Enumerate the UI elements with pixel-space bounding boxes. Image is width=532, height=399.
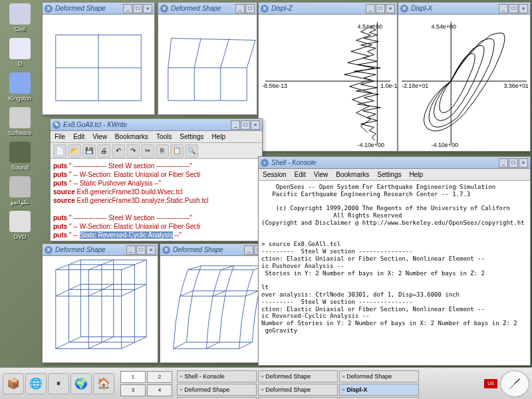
close-button[interactable]: × xyxy=(143,4,152,13)
task-button[interactable]: ▫Ex8.genericFrame... xyxy=(258,397,338,400)
menu-tools[interactable]: Tools xyxy=(152,133,176,140)
menu-settings[interactable]: Settings xyxy=(373,171,405,178)
app-icon: X xyxy=(261,5,269,13)
desktop-icon-arabic[interactable]: تكواندو xyxy=(3,176,37,205)
find-button[interactable]: 🔍 xyxy=(185,144,198,158)
clock-icon[interactable] xyxy=(500,370,529,397)
software-icon xyxy=(9,107,31,128)
copy-button[interactable]: ⎘ xyxy=(156,144,169,158)
task-button[interactable]: ▫Shell - Konsole xyxy=(177,370,257,382)
task-label: Deformed Shape xyxy=(265,386,311,393)
d-icon xyxy=(9,38,31,59)
menu-file[interactable]: File xyxy=(51,133,69,140)
world-button[interactable]: 🌐 xyxy=(25,373,47,394)
plot-canvas: 4.54e+00 -4.10e+00 -2.18e+01 3.36e+01 xyxy=(398,15,530,151)
task-label: Displ-X xyxy=(346,386,367,393)
maximize-button[interactable]: □ xyxy=(133,4,142,13)
menu-view[interactable]: View xyxy=(310,171,332,178)
terminal-output[interactable]: OpenSees -- Open System For Earthquake E… xyxy=(259,181,530,365)
task-label: Deformed Shape xyxy=(265,373,311,380)
minimize-button[interactable]: _ xyxy=(499,158,508,168)
keyboard-layout-indicator[interactable]: US xyxy=(484,379,497,388)
menu-session[interactable]: Session xyxy=(259,171,291,178)
cut-button[interactable]: ✂ xyxy=(141,144,154,158)
task-button[interactable]: ▫Ex8.GoAll.tcl - KWr... xyxy=(339,397,419,400)
task-label: Deformed Shape xyxy=(346,373,392,380)
desktop-icon-d[interactable]: D xyxy=(3,38,37,67)
task-button[interactable]: ▫Deformed Shape xyxy=(339,370,419,382)
pager-desktop-2[interactable]: 2 xyxy=(147,371,172,383)
maximize-button[interactable]: □ xyxy=(376,4,385,13)
menu-help[interactable]: Help xyxy=(207,133,229,140)
close-button[interactable]: × xyxy=(519,4,528,13)
window-konsole[interactable]: ▪ Shell - Konsole _ □ × SessionEditViewB… xyxy=(258,156,531,366)
task-button[interactable]: ▫Deformed Shape xyxy=(258,370,338,382)
kmenu-button[interactable]: 📦 xyxy=(3,373,24,394)
new-button[interactable]: 📄 xyxy=(53,144,66,158)
window-deformed-1[interactable]: X Deformed Shape _ □ × xyxy=(42,2,155,115)
window-title: Shell - Konsole xyxy=(271,159,499,166)
icon-label: D xyxy=(18,61,23,67)
desktop-icon-kingston[interactable]: Kingston xyxy=(3,72,37,102)
redo-button[interactable]: ↷ xyxy=(126,144,140,158)
pager-desktop-4[interactable]: 4 xyxy=(147,384,172,396)
save-button[interactable]: 💾 xyxy=(82,144,96,158)
menu-bookmarks[interactable]: Bookmarks xyxy=(111,133,152,140)
minimize-button[interactable]: _ xyxy=(231,120,240,130)
desktop-pager: 1234 xyxy=(120,370,173,397)
close-button[interactable]: × xyxy=(146,245,156,255)
desktop-icon-dvd[interactable]: DVD xyxy=(3,211,37,240)
menu-settings[interactable]: Settings xyxy=(176,133,207,140)
icon-label: DVD xyxy=(13,233,26,240)
pager-desktop-1[interactable]: 1 xyxy=(120,371,146,383)
maximize-button[interactable]: □ xyxy=(245,4,255,13)
close-button[interactable]: × xyxy=(386,4,395,13)
task-button[interactable]: ▫Displ-Z xyxy=(177,397,257,400)
home-button[interactable]: 🏠 xyxy=(93,373,114,394)
minimize-button[interactable]: _ xyxy=(366,4,375,13)
maximize-button[interactable]: □ xyxy=(509,158,518,168)
minimize-button[interactable]: _ xyxy=(123,4,132,13)
close-button[interactable]: × xyxy=(519,158,528,168)
terminal-button[interactable]: ▪️ xyxy=(48,373,69,394)
menu-view[interactable]: View xyxy=(88,133,111,140)
x-right-label: 1.0e-13 xyxy=(380,82,397,89)
window-kwrite[interactable]: ✎ Ex8.GoAll.tcl - KWrite _ □ × FileEditV… xyxy=(50,118,263,241)
maximize-button[interactable]: □ xyxy=(136,245,146,255)
maximize-button[interactable]: □ xyxy=(241,120,250,130)
menu-bookmarks[interactable]: Bookmarks xyxy=(332,171,373,178)
desktop-icon-sound[interactable]: Sound xyxy=(3,142,37,171)
svg-line-8 xyxy=(509,384,515,389)
window-displ-x[interactable]: X Displ-X _ □ × 4.54e+00 -4.10e+00 -2.18… xyxy=(398,2,531,152)
task-button[interactable]: ▫Deformed Shape xyxy=(177,384,257,396)
task-icon: ▫ xyxy=(180,373,182,380)
y-bot-label: -4.10e+00 xyxy=(358,142,384,148)
minimize-button[interactable]: _ xyxy=(235,4,245,13)
window-deformed-3[interactable]: X Deformed Shape _ □ × xyxy=(42,243,158,363)
menu-help[interactable]: Help xyxy=(405,171,427,178)
task-icon: ▫ xyxy=(342,386,344,393)
desktop-icon-civil[interactable]: Civil xyxy=(3,3,37,33)
paste-button[interactable]: 📋 xyxy=(170,144,184,158)
close-button[interactable]: × xyxy=(251,120,260,130)
menu-edit[interactable]: Edit xyxy=(291,171,310,178)
plot-canvas xyxy=(43,256,158,362)
maximize-button[interactable]: □ xyxy=(509,4,518,13)
task-button[interactable]: ▫Deformed Shape xyxy=(258,384,338,396)
pager-desktop-3[interactable]: 3 xyxy=(120,384,146,396)
minimize-button[interactable]: _ xyxy=(126,245,136,255)
browser-button[interactable]: 🌍 xyxy=(70,373,92,394)
app-icon: X xyxy=(162,246,170,254)
menu-edit[interactable]: Edit xyxy=(69,133,88,140)
open-button[interactable]: 📂 xyxy=(68,144,81,158)
minimize-button[interactable]: _ xyxy=(499,4,508,13)
desktop-icon-software[interactable]: Software xyxy=(3,107,37,136)
app-icon: X xyxy=(400,5,408,13)
editor-textarea[interactable]: puts " --------------- Steel W section -… xyxy=(51,159,262,241)
print-button[interactable]: 🖨 xyxy=(97,144,110,158)
window-deformed-2[interactable]: X Deformed Shape _ □ xyxy=(158,2,257,115)
window-displ-z[interactable]: X Displ-Z _ □ × 4.54e+00 -4.10e+00 -8.56… xyxy=(258,2,398,152)
minimize-button[interactable]: _ xyxy=(244,245,253,255)
undo-button[interactable]: ↶ xyxy=(112,144,125,158)
task-button[interactable]: ▫Displ-X xyxy=(339,384,419,396)
